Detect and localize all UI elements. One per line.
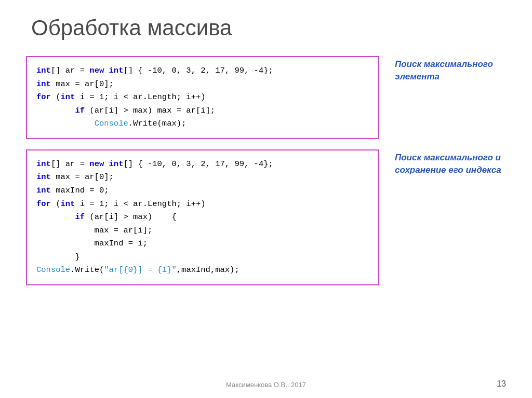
keyword: for bbox=[36, 92, 51, 102]
code-text: (ar[i] > max) max = ar[i]; bbox=[85, 106, 215, 115]
code-line: } bbox=[36, 251, 369, 264]
code-text: max = ar[0]; bbox=[51, 79, 114, 89]
keyword: int bbox=[36, 159, 51, 169]
code-line: Console.Write(max); bbox=[36, 117, 369, 131]
slide: Обработка массива int[] ar = new int[] {… bbox=[0, 0, 532, 398]
keyword: new bbox=[89, 159, 104, 169]
console-text: Console bbox=[36, 265, 70, 275]
code-line: Console.Write("ar[{0}] = {1}",maxInd,max… bbox=[36, 264, 369, 277]
keyword: int bbox=[109, 66, 124, 75]
code-line: if (ar[i] > max) max = ar[i]; bbox=[36, 104, 369, 118]
keyword: for bbox=[36, 199, 51, 209]
code-text bbox=[36, 106, 75, 115]
keyword: if bbox=[75, 212, 85, 222]
slide-title: Обработка массива bbox=[31, 16, 506, 40]
footer: Максименкова О.В., 2017 bbox=[0, 381, 532, 389]
code-box-1: int[] ar = new int[] { -10, 0, 3, 2, 17,… bbox=[26, 56, 379, 139]
code-text bbox=[36, 119, 95, 128]
keyword: int bbox=[109, 159, 124, 169]
code-text: [] ar = bbox=[51, 66, 89, 75]
code-row-1: int[] ar = new int[] { -10, 0, 3, 2, 17,… bbox=[26, 56, 506, 139]
footer-text: Максименкова О.В., 2017 bbox=[226, 381, 306, 389]
code-text: maxInd = i; bbox=[36, 239, 148, 248]
code-line: max = ar[i]; bbox=[36, 224, 369, 238]
keyword: int bbox=[36, 66, 51, 75]
code-text: ,maxInd,max); bbox=[177, 265, 240, 275]
code-text: [] { -10, 0, 3, 2, 17, 99, -4}; bbox=[123, 159, 273, 169]
code-text bbox=[36, 212, 75, 222]
code-text: .Write( bbox=[70, 265, 104, 275]
code-line: int max = ar[0]; bbox=[36, 171, 369, 184]
description-2: Поиск максимального и сохранение его инд… bbox=[395, 149, 506, 176]
code-text: ( bbox=[51, 199, 61, 209]
code-text: max = ar[i]; bbox=[36, 226, 152, 235]
code-text: } bbox=[36, 252, 80, 262]
code-text: [] ar = bbox=[51, 159, 89, 169]
description-1: Поиск максимального элемента bbox=[395, 56, 506, 83]
code-line: int[] ar = new int[] { -10, 0, 3, 2, 17,… bbox=[36, 64, 369, 78]
string-text: "ar[{0}] = {1}" bbox=[104, 265, 177, 275]
code-line: int max = ar[0]; bbox=[36, 78, 369, 91]
code-text: i = 1; i < ar.Length; i++) bbox=[75, 199, 205, 209]
keyword: if bbox=[75, 106, 85, 115]
keyword: int bbox=[36, 79, 51, 89]
code-text: [] { -10, 0, 3, 2, 17, 99, -4}; bbox=[123, 66, 273, 75]
code-line: int maxInd = 0; bbox=[36, 184, 369, 198]
keyword: new bbox=[89, 66, 104, 75]
keyword: int bbox=[61, 199, 75, 209]
keyword: int bbox=[61, 92, 75, 102]
code-text bbox=[104, 66, 109, 75]
content-area: int[] ar = new int[] { -10, 0, 3, 2, 17,… bbox=[26, 56, 506, 285]
code-text: i = 1; i < ar.Length; i++) bbox=[75, 92, 205, 102]
code-line: if (ar[i] > max) { bbox=[36, 211, 369, 224]
code-line: int[] ar = new int[] { -10, 0, 3, 2, 17,… bbox=[36, 158, 369, 171]
code-text: (ar[i] > max) { bbox=[85, 212, 177, 222]
code-line: maxInd = i; bbox=[36, 237, 369, 251]
keyword: int bbox=[36, 172, 51, 182]
code-text bbox=[104, 159, 109, 169]
code-text: .Write(max); bbox=[128, 119, 187, 128]
code-text: ( bbox=[51, 92, 61, 102]
code-box-2: int[] ar = new int[] { -10, 0, 3, 2, 17,… bbox=[26, 149, 379, 285]
code-text: maxInd = 0; bbox=[51, 186, 109, 195]
code-text: max = ar[0]; bbox=[51, 172, 114, 182]
page-number: 13 bbox=[497, 379, 506, 389]
console-text: Console bbox=[95, 119, 128, 128]
code-line: for (int i = 1; i < ar.Length; i++) bbox=[36, 91, 369, 104]
code-row-2: int[] ar = new int[] { -10, 0, 3, 2, 17,… bbox=[26, 149, 506, 285]
keyword: int bbox=[36, 186, 51, 195]
code-line: for (int i = 1; i < ar.Length; i++) bbox=[36, 198, 369, 211]
